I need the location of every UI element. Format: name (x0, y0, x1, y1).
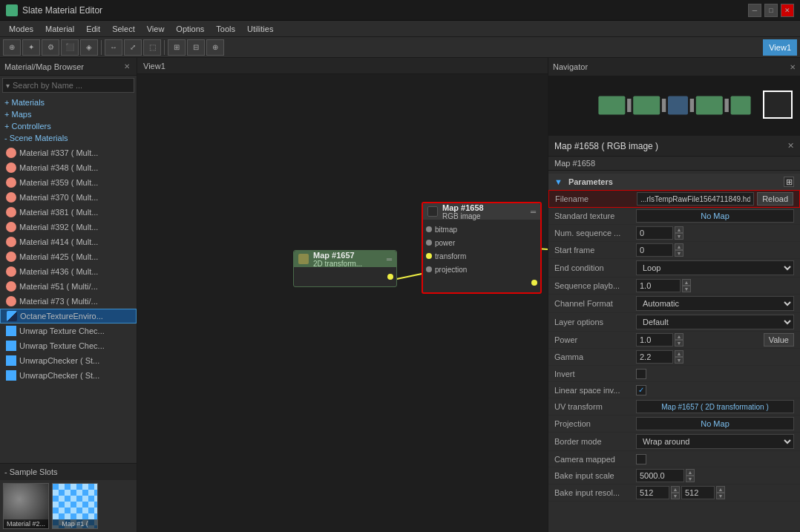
scene-mat-item-13[interactable]: Unwrap Texture Chec... (0, 338, 137, 353)
menu-edit[interactable]: Edit (80, 21, 106, 37)
layer-options-select[interactable]: Default (636, 315, 794, 329)
search-input[interactable] (13, 81, 131, 90)
search-box[interactable]: ▾ (2, 78, 134, 93)
camera-mapped-checkbox[interactable] (636, 454, 646, 464)
sequence-playb-up[interactable]: ▲ (682, 279, 691, 286)
toolbar-btn-11[interactable]: ⊕ (206, 39, 224, 56)
scene-mat-item-12[interactable]: Unwrap Texture Chec... (0, 324, 137, 338)
invert-value (636, 369, 794, 379)
toolbar-btn-5[interactable]: ◈ (80, 39, 98, 56)
power-input[interactable] (636, 333, 673, 347)
power-down[interactable]: ▼ (675, 340, 683, 347)
toolbar-btn-6[interactable]: ↔ (105, 39, 122, 56)
scene-mat-item-9[interactable]: Material #51 ( Multi/... (0, 279, 137, 294)
gamma-down[interactable]: ▼ (675, 357, 683, 364)
controllers-group[interactable]: + Controllers (0, 120, 137, 132)
menu-select[interactable]: Select (106, 21, 141, 37)
minimize-button[interactable]: ─ (748, 4, 761, 17)
num-sequence-down[interactable]: ▼ (675, 233, 683, 240)
scene-mat-item-0[interactable]: Material #337 ( Mult... (0, 145, 137, 160)
scene-mat-item-3[interactable]: Material #370 ( Mult... (0, 190, 137, 205)
reload-button[interactable]: Reload (757, 192, 793, 206)
toolbar-btn-3[interactable]: ⚙ (42, 39, 59, 56)
power-up[interactable]: ▲ (675, 333, 683, 340)
transform-node[interactable]: Map #1657 2D transform... ═ (293, 250, 397, 287)
filename-input[interactable] (637, 192, 754, 206)
scene-mat-item-7[interactable]: Material #425 ( Mult... (0, 249, 137, 264)
scene-mat-item-5[interactable]: Material #392 ( Mult... (0, 220, 137, 234)
border-mode-select[interactable]: Wrap around (636, 434, 794, 449)
rgb-node-body: bitmap power transform projection (423, 220, 540, 292)
start-frame-input[interactable] (636, 243, 673, 257)
viewport-content[interactable]: Map #1657 2D transform... ═ Map #1658 (137, 74, 548, 532)
prop-close-btn[interactable]: ✕ (787, 141, 794, 151)
sample-slot-1[interactable]: Map #1 ( (52, 483, 98, 529)
scene-mat-item-1[interactable]: Material #348 ( Mult... (0, 160, 137, 175)
bake-resol-down1[interactable]: ▼ (671, 493, 680, 499)
bake-resol-up1[interactable]: ▲ (671, 486, 680, 493)
start-frame-up[interactable]: ▲ (675, 243, 683, 250)
maps-group[interactable]: + Maps (0, 108, 137, 120)
rgb-node-menu[interactable]: ═ (531, 208, 536, 216)
sample-slot-0[interactable]: Material #2... (3, 483, 49, 529)
bake-scale-up[interactable]: ▲ (686, 469, 695, 476)
linear-space-checkbox[interactable] (636, 385, 646, 395)
bake-scale-down[interactable]: ▼ (686, 476, 695, 482)
section-pin[interactable]: ⊞ (784, 177, 794, 187)
scene-mat-item-15[interactable]: UnwrapChecker ( St... (0, 368, 137, 383)
navigator-content[interactable] (548, 76, 800, 135)
restore-button[interactable]: □ (764, 4, 778, 17)
browser-close-btn[interactable]: ✕ (122, 62, 132, 72)
scene-mat-item-14[interactable]: UnwrapChecker ( St... (0, 353, 137, 368)
view-label[interactable]: View1 (763, 39, 797, 56)
menu-material[interactable]: Material (39, 21, 80, 37)
toolbar-btn-8[interactable]: ⬚ (143, 39, 161, 56)
scene-mat-item-10[interactable]: Material #73 ( Multi/... (0, 294, 137, 309)
bake-resol-input2[interactable] (681, 486, 715, 499)
bake-resol-down2[interactable]: ▼ (716, 493, 725, 499)
scene-mat-item-11[interactable]: OctaneTextureEnviro... (0, 309, 137, 324)
transform-node-menu[interactable]: ═ (387, 255, 392, 263)
num-sequence-up[interactable]: ▲ (675, 226, 683, 233)
rgb-node[interactable]: Map #1658 RGB image ═ bitmap power (422, 202, 542, 294)
standard-texture-btn[interactable]: No Map (636, 209, 794, 223)
toolbar-btn-1[interactable]: ⊕ (3, 39, 21, 56)
menu-view[interactable]: View (141, 21, 171, 37)
navigator-close-btn[interactable]: ✕ (790, 63, 796, 71)
scene-materials-group[interactable]: - Scene Materials (0, 132, 137, 144)
power-type-btn[interactable]: Value (764, 333, 794, 347)
bake-resol-input1[interactable] (636, 486, 669, 499)
menu-utilities[interactable]: Utilities (241, 21, 279, 37)
num-sequence-input[interactable] (636, 226, 673, 240)
menu-tools[interactable]: Tools (210, 21, 241, 37)
sequence-playb-input[interactable] (636, 279, 681, 292)
parameters-header[interactable]: ▼ Parameters ⊞ (548, 174, 800, 190)
sequence-playb-down[interactable]: ▼ (682, 286, 691, 292)
scene-mat-item-8[interactable]: Material #436 ( Mult... (0, 264, 137, 279)
invert-checkbox[interactable] (636, 369, 646, 379)
start-frame-down[interactable]: ▼ (675, 250, 683, 257)
bake-scale-input[interactable] (636, 469, 684, 482)
channel-format-row: Channel Format Automatic (548, 295, 800, 313)
channel-format-select[interactable]: Automatic (636, 296, 794, 311)
close-button[interactable]: ✕ (781, 4, 794, 17)
toolbar-btn-10[interactable]: ⊟ (187, 39, 205, 56)
materials-group[interactable]: + Materials (0, 96, 137, 108)
standard-texture-label: Standard texture (554, 211, 636, 220)
toolbar-btn-2[interactable]: ✦ (22, 39, 40, 56)
gamma-input[interactable] (636, 350, 673, 364)
uv-transform-btn[interactable]: Map #1657 ( 2D transformation ) (636, 400, 794, 413)
menu-options[interactable]: Options (170, 21, 210, 37)
scene-mat-item-2[interactable]: Material #359 ( Mult... (0, 175, 137, 190)
toolbar-btn-9[interactable]: ⊞ (168, 39, 186, 56)
scene-mat-item-6[interactable]: Material #414 ( Mult... (0, 234, 137, 249)
scene-mat-item-4[interactable]: Material #381 ( Mult... (0, 205, 137, 220)
uv-transform-label: UV transform (554, 402, 636, 411)
projection-btn[interactable]: No Map (636, 417, 794, 430)
end-condition-select[interactable]: Loop (636, 260, 794, 275)
gamma-up[interactable]: ▲ (675, 350, 683, 357)
menu-modes[interactable]: Modes (3, 21, 39, 37)
toolbar-btn-4[interactable]: ⬛ (61, 39, 79, 56)
bake-resol-up2[interactable]: ▲ (716, 486, 725, 493)
toolbar-btn-7[interactable]: ⤢ (124, 39, 142, 56)
